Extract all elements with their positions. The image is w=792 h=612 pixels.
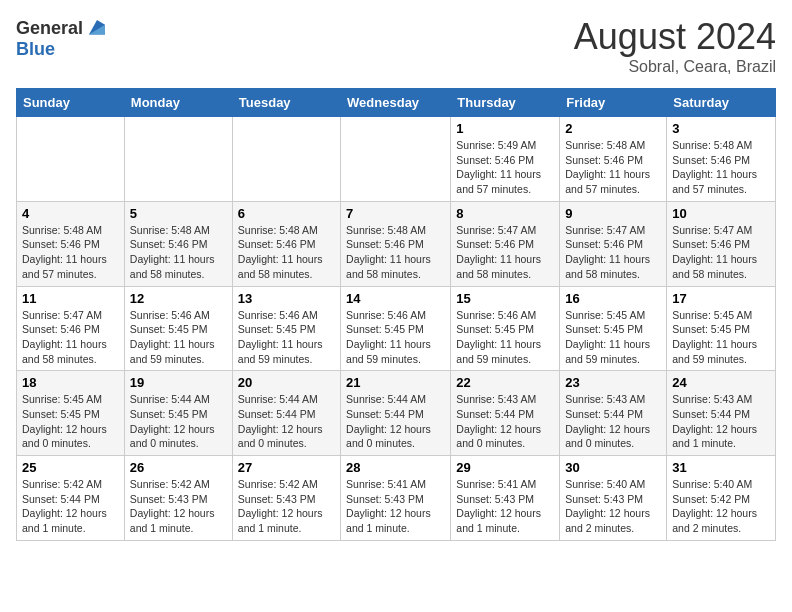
calendar-cell: 14Sunrise: 5:46 AM Sunset: 5:45 PM Dayli… xyxy=(341,286,451,371)
day-info: Sunrise: 5:40 AM Sunset: 5:42 PM Dayligh… xyxy=(672,477,770,536)
day-number: 28 xyxy=(346,460,445,475)
calendar-cell: 13Sunrise: 5:46 AM Sunset: 5:45 PM Dayli… xyxy=(232,286,340,371)
day-info: Sunrise: 5:43 AM Sunset: 5:44 PM Dayligh… xyxy=(565,392,661,451)
calendar-cell: 5Sunrise: 5:48 AM Sunset: 5:46 PM Daylig… xyxy=(124,201,232,286)
day-info: Sunrise: 5:41 AM Sunset: 5:43 PM Dayligh… xyxy=(456,477,554,536)
day-number: 5 xyxy=(130,206,227,221)
calendar-body: 1Sunrise: 5:49 AM Sunset: 5:46 PM Daylig… xyxy=(17,117,776,541)
day-info: Sunrise: 5:46 AM Sunset: 5:45 PM Dayligh… xyxy=(238,308,335,367)
calendar-cell: 8Sunrise: 5:47 AM Sunset: 5:46 PM Daylig… xyxy=(451,201,560,286)
calendar-cell: 16Sunrise: 5:45 AM Sunset: 5:45 PM Dayli… xyxy=(560,286,667,371)
calendar-day-header: Wednesday xyxy=(341,89,451,117)
calendar-day-header: Sunday xyxy=(17,89,125,117)
day-number: 17 xyxy=(672,291,770,306)
day-info: Sunrise: 5:47 AM Sunset: 5:46 PM Dayligh… xyxy=(456,223,554,282)
day-info: Sunrise: 5:47 AM Sunset: 5:46 PM Dayligh… xyxy=(22,308,119,367)
day-info: Sunrise: 5:48 AM Sunset: 5:46 PM Dayligh… xyxy=(565,138,661,197)
day-number: 7 xyxy=(346,206,445,221)
calendar-cell: 21Sunrise: 5:44 AM Sunset: 5:44 PM Dayli… xyxy=(341,371,451,456)
logo-blue-text: Blue xyxy=(16,40,109,58)
page-header: General Blue August 2024 Sobral, Ceara, … xyxy=(16,16,776,76)
calendar-cell: 30Sunrise: 5:40 AM Sunset: 5:43 PM Dayli… xyxy=(560,456,667,541)
day-number: 13 xyxy=(238,291,335,306)
day-number: 2 xyxy=(565,121,661,136)
day-info: Sunrise: 5:48 AM Sunset: 5:46 PM Dayligh… xyxy=(22,223,119,282)
calendar-week-row: 4Sunrise: 5:48 AM Sunset: 5:46 PM Daylig… xyxy=(17,201,776,286)
calendar-day-header: Friday xyxy=(560,89,667,117)
calendar-cell: 25Sunrise: 5:42 AM Sunset: 5:44 PM Dayli… xyxy=(17,456,125,541)
calendar-cell: 7Sunrise: 5:48 AM Sunset: 5:46 PM Daylig… xyxy=(341,201,451,286)
day-info: Sunrise: 5:42 AM Sunset: 5:43 PM Dayligh… xyxy=(130,477,227,536)
day-info: Sunrise: 5:43 AM Sunset: 5:44 PM Dayligh… xyxy=(456,392,554,451)
calendar-cell: 12Sunrise: 5:46 AM Sunset: 5:45 PM Dayli… xyxy=(124,286,232,371)
calendar-cell: 17Sunrise: 5:45 AM Sunset: 5:45 PM Dayli… xyxy=(667,286,776,371)
calendar-day-header: Thursday xyxy=(451,89,560,117)
day-info: Sunrise: 5:45 AM Sunset: 5:45 PM Dayligh… xyxy=(672,308,770,367)
day-info: Sunrise: 5:43 AM Sunset: 5:44 PM Dayligh… xyxy=(672,392,770,451)
day-number: 11 xyxy=(22,291,119,306)
day-info: Sunrise: 5:44 AM Sunset: 5:45 PM Dayligh… xyxy=(130,392,227,451)
calendar-cell: 20Sunrise: 5:44 AM Sunset: 5:44 PM Dayli… xyxy=(232,371,340,456)
calendar-week-row: 1Sunrise: 5:49 AM Sunset: 5:46 PM Daylig… xyxy=(17,117,776,202)
calendar-cell: 29Sunrise: 5:41 AM Sunset: 5:43 PM Dayli… xyxy=(451,456,560,541)
calendar-cell: 26Sunrise: 5:42 AM Sunset: 5:43 PM Dayli… xyxy=(124,456,232,541)
calendar-week-row: 11Sunrise: 5:47 AM Sunset: 5:46 PM Dayli… xyxy=(17,286,776,371)
day-number: 31 xyxy=(672,460,770,475)
calendar-cell xyxy=(124,117,232,202)
calendar-cell: 19Sunrise: 5:44 AM Sunset: 5:45 PM Dayli… xyxy=(124,371,232,456)
day-number: 29 xyxy=(456,460,554,475)
day-number: 21 xyxy=(346,375,445,390)
day-number: 25 xyxy=(22,460,119,475)
title-block: August 2024 Sobral, Ceara, Brazil xyxy=(574,16,776,76)
calendar-cell: 3Sunrise: 5:48 AM Sunset: 5:46 PM Daylig… xyxy=(667,117,776,202)
day-number: 23 xyxy=(565,375,661,390)
day-number: 27 xyxy=(238,460,335,475)
calendar-cell: 9Sunrise: 5:47 AM Sunset: 5:46 PM Daylig… xyxy=(560,201,667,286)
month-title: August 2024 xyxy=(574,16,776,58)
calendar-cell: 27Sunrise: 5:42 AM Sunset: 5:43 PM Dayli… xyxy=(232,456,340,541)
calendar-cell: 28Sunrise: 5:41 AM Sunset: 5:43 PM Dayli… xyxy=(341,456,451,541)
day-number: 14 xyxy=(346,291,445,306)
calendar-table: SundayMondayTuesdayWednesdayThursdayFrid… xyxy=(16,88,776,541)
day-info: Sunrise: 5:49 AM Sunset: 5:46 PM Dayligh… xyxy=(456,138,554,197)
day-number: 30 xyxy=(565,460,661,475)
day-info: Sunrise: 5:46 AM Sunset: 5:45 PM Dayligh… xyxy=(346,308,445,367)
day-number: 24 xyxy=(672,375,770,390)
calendar-day-header: Monday xyxy=(124,89,232,117)
logo-icon xyxy=(85,16,109,40)
day-info: Sunrise: 5:47 AM Sunset: 5:46 PM Dayligh… xyxy=(672,223,770,282)
day-number: 15 xyxy=(456,291,554,306)
calendar-cell xyxy=(232,117,340,202)
day-info: Sunrise: 5:41 AM Sunset: 5:43 PM Dayligh… xyxy=(346,477,445,536)
calendar-cell: 22Sunrise: 5:43 AM Sunset: 5:44 PM Dayli… xyxy=(451,371,560,456)
day-number: 19 xyxy=(130,375,227,390)
day-number: 9 xyxy=(565,206,661,221)
day-info: Sunrise: 5:46 AM Sunset: 5:45 PM Dayligh… xyxy=(456,308,554,367)
day-number: 3 xyxy=(672,121,770,136)
location-subtitle: Sobral, Ceara, Brazil xyxy=(574,58,776,76)
day-number: 10 xyxy=(672,206,770,221)
day-number: 8 xyxy=(456,206,554,221)
day-info: Sunrise: 5:45 AM Sunset: 5:45 PM Dayligh… xyxy=(565,308,661,367)
calendar-cell: 23Sunrise: 5:43 AM Sunset: 5:44 PM Dayli… xyxy=(560,371,667,456)
calendar-cell: 4Sunrise: 5:48 AM Sunset: 5:46 PM Daylig… xyxy=(17,201,125,286)
day-info: Sunrise: 5:46 AM Sunset: 5:45 PM Dayligh… xyxy=(130,308,227,367)
day-info: Sunrise: 5:45 AM Sunset: 5:45 PM Dayligh… xyxy=(22,392,119,451)
logo: General Blue xyxy=(16,16,109,58)
day-number: 20 xyxy=(238,375,335,390)
calendar-cell xyxy=(17,117,125,202)
calendar-cell: 1Sunrise: 5:49 AM Sunset: 5:46 PM Daylig… xyxy=(451,117,560,202)
calendar-day-header: Saturday xyxy=(667,89,776,117)
day-info: Sunrise: 5:44 AM Sunset: 5:44 PM Dayligh… xyxy=(346,392,445,451)
day-info: Sunrise: 5:42 AM Sunset: 5:44 PM Dayligh… xyxy=(22,477,119,536)
day-info: Sunrise: 5:42 AM Sunset: 5:43 PM Dayligh… xyxy=(238,477,335,536)
calendar-cell: 11Sunrise: 5:47 AM Sunset: 5:46 PM Dayli… xyxy=(17,286,125,371)
day-info: Sunrise: 5:48 AM Sunset: 5:46 PM Dayligh… xyxy=(672,138,770,197)
calendar-header-row: SundayMondayTuesdayWednesdayThursdayFrid… xyxy=(17,89,776,117)
day-number: 16 xyxy=(565,291,661,306)
day-number: 12 xyxy=(130,291,227,306)
day-info: Sunrise: 5:44 AM Sunset: 5:44 PM Dayligh… xyxy=(238,392,335,451)
calendar-cell xyxy=(341,117,451,202)
calendar-cell: 18Sunrise: 5:45 AM Sunset: 5:45 PM Dayli… xyxy=(17,371,125,456)
day-number: 22 xyxy=(456,375,554,390)
